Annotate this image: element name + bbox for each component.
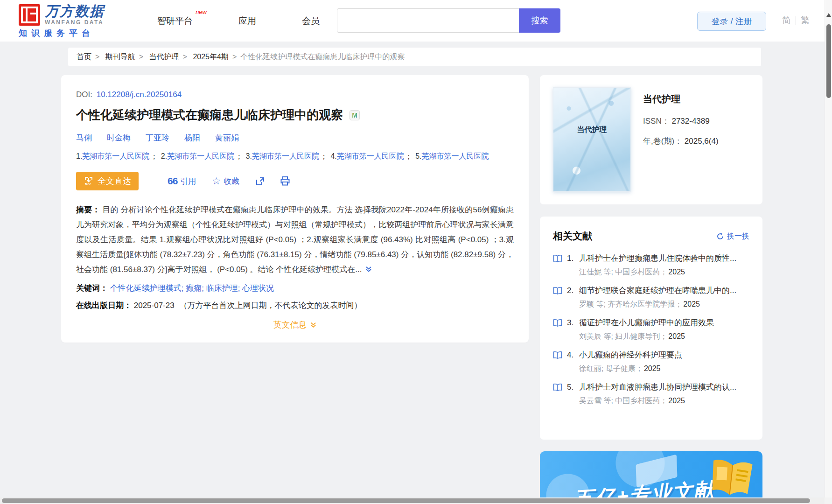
- author-link[interactable]: 黄丽娟: [215, 133, 239, 143]
- related-item-title[interactable]: 儿科护士在护理癫痫患儿住院体验中的质性...: [579, 253, 736, 264]
- search-bar: 搜索: [337, 8, 560, 33]
- pubdate-row: 在线出版日期： 2025-07-23 （万方平台首次上网日期，不代表论文的发表时…: [76, 300, 514, 311]
- keywords-list: 个性化延续护理模式; 癫痫; 临床护理; 心理状况: [110, 284, 274, 293]
- article-card: DOI: 10.12208/j.cn.20250164 个性化延续护理模式在癫痫…: [61, 75, 529, 343]
- keywords-label: 关键词：: [76, 284, 108, 293]
- related-item-title[interactable]: 儿科护士对血液肿瘤患儿协同护理模式的认...: [579, 382, 736, 392]
- nav-item[interactable]: 会员: [302, 15, 320, 27]
- related-item-title[interactable]: 循证护理在小儿癫痫护理中的应用效果: [579, 317, 714, 328]
- author-link[interactable]: 马俐: [76, 133, 92, 143]
- vertical-scroll-thumb[interactable]: [826, 24, 831, 98]
- affiliation-number: 4.: [330, 152, 336, 160]
- keyword-link[interactable]: 临床护理: [206, 284, 238, 293]
- keywords-row: 关键词： 个性化延续护理模式; 癫痫; 临床护理; 心理状况: [76, 283, 514, 294]
- horizontal-scroll-thumb[interactable]: [2, 498, 810, 503]
- brand-tagline: 知识服务平台: [19, 28, 105, 39]
- share-button[interactable]: [255, 176, 265, 186]
- affiliation-link[interactable]: 芜湖市第一人民医院: [167, 152, 234, 160]
- related-item-title[interactable]: 小儿癫痫的神经外科护理要点: [579, 350, 682, 360]
- keyword-link[interactable]: 个性化延续护理模式: [110, 284, 182, 293]
- keyword-item: 心理状况: [242, 284, 274, 293]
- breadcrumb-link[interactable]: 首页: [77, 53, 91, 61]
- affiliation-number: 2.: [161, 152, 167, 160]
- keyword-link[interactable]: 癫痫: [186, 284, 202, 293]
- author-link[interactable]: 杨阳: [184, 133, 200, 143]
- journal-card: 当代护理 当代护理 ISSN： 2732-4389 年,卷(期)： 2025,6…: [540, 75, 762, 204]
- related-item-number: 4.: [567, 350, 579, 360]
- favorite-button[interactable]: ☆ 收藏: [212, 176, 239, 187]
- breadcrumb-item: 当代护理>: [149, 53, 191, 61]
- search-button[interactable]: 搜索: [519, 8, 560, 33]
- journal-title-link[interactable]: 当代护理: [643, 93, 719, 105]
- journal-issn-row: ISSN： 2732-4389: [643, 116, 719, 126]
- print-button[interactable]: [280, 176, 290, 186]
- wanfang-logo-icon: [19, 4, 40, 26]
- scroll-up-arrow[interactable]: [826, 13, 831, 17]
- keyword-link[interactable]: 心理状况: [242, 284, 274, 293]
- cover-network-pattern: [553, 88, 630, 191]
- site-logo[interactable]: 万方数据 WANFANG DATA 知识服务平台: [19, 4, 105, 39]
- affiliation-number: 3.: [246, 152, 252, 160]
- related-item-source: 吴云雪 等; 中国乡村医药；: [579, 397, 667, 405]
- affiliation-item: 4.芜湖市第一人民医院；: [330, 152, 413, 160]
- affiliation-link[interactable]: 芜湖市第一人民医院: [422, 152, 489, 160]
- affiliation-link[interactable]: 芜湖市第一人民医院: [252, 152, 319, 160]
- print-icon: [280, 176, 290, 186]
- breadcrumb-link[interactable]: 期刊导航: [105, 53, 135, 61]
- related-item-number: 3.: [567, 318, 579, 328]
- doi-link[interactable]: 10.12208/j.cn.20250164: [97, 90, 182, 99]
- keyword-separator: ;: [202, 284, 206, 293]
- share-icon: [255, 176, 265, 186]
- related-item-title[interactable]: 细节护理联合家庭延续护理在哮喘患儿中的...: [579, 285, 736, 296]
- journal-cover[interactable]: 当代护理: [553, 87, 631, 192]
- keyword-separator: ;: [238, 284, 242, 293]
- breadcrumb-link[interactable]: 2025年4期: [193, 53, 229, 61]
- author-link[interactable]: 时金梅: [107, 133, 131, 143]
- affiliation-number: 5.: [415, 152, 421, 160]
- expand-abstract-icon[interactable]: [365, 263, 372, 278]
- login-register-button[interactable]: 登录 / 注册: [697, 12, 766, 31]
- doi-row: DOI: 10.12208/j.cn.20250164: [76, 90, 514, 99]
- abstract-text: 目的 分析讨论个性化延续护理模式在癫痫患儿临床护理中的效果。方法 选择我院202…: [76, 205, 514, 274]
- affiliation-link[interactable]: 芜湖市第一人民医院: [82, 152, 149, 160]
- breadcrumb-separator: >: [95, 53, 99, 61]
- language-switch: 简 繁: [782, 14, 810, 27]
- volume-value: 2025,6(4): [685, 137, 719, 146]
- related-item-year: 2025: [644, 364, 661, 372]
- lang-simplified[interactable]: 简: [782, 14, 791, 27]
- affiliation-link[interactable]: 芜湖市第一人民医院: [337, 152, 404, 160]
- nav-item[interactable]: 应用: [238, 15, 256, 27]
- lang-traditional[interactable]: 繁: [801, 14, 810, 27]
- issn-value: 2732-4389: [671, 117, 709, 126]
- related-item: 1. 儿科护士在护理癫痫患儿住院体验中的质性... 江佳妮 等; 中国乡村医药；…: [553, 253, 749, 277]
- nav-item-label: 会员: [302, 16, 320, 26]
- cite-button[interactable]: 66 引用: [168, 175, 196, 187]
- related-item-meta: 江佳妮 等; 中国乡村医药；2025: [579, 267, 749, 277]
- vertical-scrollbar[interactable]: [825, 0, 832, 504]
- volume-label: 年,卷(期)：: [643, 137, 682, 146]
- journal-info: 当代护理 ISSN： 2732-4389 年,卷(期)： 2025,6(4): [643, 87, 719, 192]
- breadcrumb-link[interactable]: 当代护理: [149, 53, 179, 61]
- related-item-year: 2025: [668, 268, 685, 276]
- nav-item[interactable]: 智研平台 new: [157, 15, 193, 27]
- author-link[interactable]: 丁亚玲: [146, 133, 169, 143]
- horizontal-scrollbar[interactable]: [0, 497, 825, 504]
- article-title-text: 个性化延续护理模式在癫痫患儿临床护理中的观察: [76, 107, 343, 123]
- breadcrumb-separator: >: [183, 53, 187, 61]
- affiliation-separator: ；: [320, 152, 328, 160]
- related-articles-card: 相关文献 换一换: [540, 217, 762, 440]
- free-download-icon: free: [84, 176, 94, 186]
- promo-banner[interactable]: 五亿+专业文献: [540, 451, 762, 504]
- search-input[interactable]: [337, 8, 519, 33]
- nav-item-label: 应用: [238, 16, 256, 26]
- logo-text: 万方数据 WANFANG DATA: [45, 4, 105, 26]
- related-item-year: 2025: [668, 332, 685, 340]
- nav-item-label: 智研平台: [157, 16, 193, 26]
- abstract-block: 摘要： 目的 分析讨论个性化延续护理模式在癫痫患儿临床护理中的效果。方法 选择我…: [76, 203, 514, 278]
- refresh-related-button[interactable]: 换一换: [716, 231, 749, 241]
- related-item: 2. 细节护理联合家庭延续护理在哮喘患儿中的... 罗颖 等; 齐齐哈尔医学院学…: [553, 285, 749, 309]
- english-info-toggle[interactable]: 英文信息: [273, 319, 317, 330]
- fulltext-button[interactable]: free 全文直达: [76, 172, 139, 190]
- related-item-source: 罗颖 等; 齐齐哈尔医学院学报；: [579, 300, 682, 308]
- keyword-item: 个性化延续护理模式;: [110, 284, 186, 293]
